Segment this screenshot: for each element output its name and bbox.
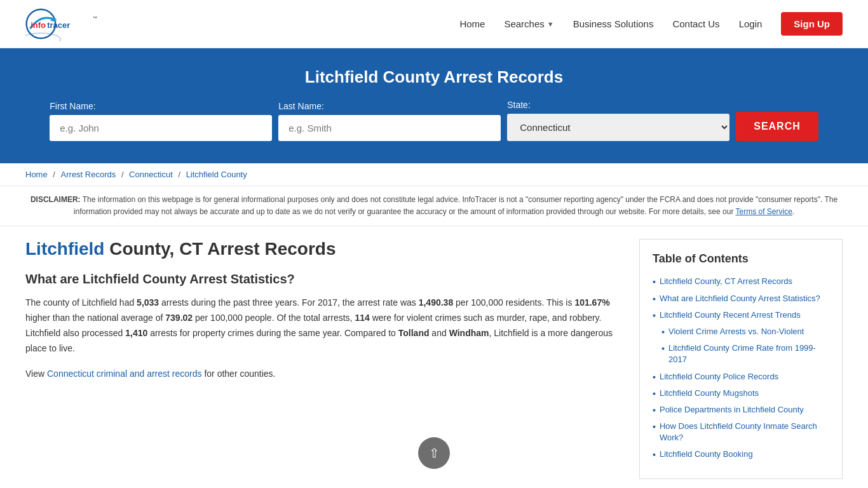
toc-link[interactable]: Litchfield County Mugshots [660,388,759,399]
toc-link[interactable]: Litchfield County Police Records [660,371,778,383]
svg-text:tracer: tracer [47,20,70,30]
article-paragraph1: The county of Litchfield had 5,033 arres… [25,295,620,356]
toc-item: Litchfield County Recent Arrest Trends [653,309,829,321]
county2: Windham [449,328,489,338]
search-button[interactable]: SEARCH [736,112,818,141]
section1-heading: What are Litchfield County Arrest Statis… [25,272,620,287]
state-label: State: [507,100,531,110]
svg-text:info: info [31,20,46,30]
national-avg: 739.02 [165,313,193,323]
last-name-label: Last Name: [278,101,324,111]
first-name-label: First Name: [50,101,95,111]
nav-login[interactable]: Login [739,18,763,29]
svg-text:™: ™ [93,15,97,21]
arrests-count: 5,033 [137,297,159,308]
article-title: Litchfield County, CT Arrest Records [25,239,620,259]
toc-item: Litchfield County Police Records [653,371,829,383]
toc-link[interactable]: Litchfield County Recent Arrest Trends [660,309,801,321]
disclaimer-section: DISCLAIMER: The information on this webp… [0,186,868,226]
breadcrumb-sep3: / [178,170,182,179]
state-select[interactable]: Connecticut Alabama Alaska Arizona Arkan… [507,114,729,141]
disclaimer-period: . [792,207,794,216]
higher-pct: 101.67% [574,297,609,308]
toc-item: What are Litchfield County Arrest Statis… [653,293,829,304]
article-title-highlight: Litchfield [25,239,104,259]
toc-item: Police Departments in Litchfield County [653,404,829,416]
signup-button[interactable]: Sign Up [781,12,843,36]
breadcrumb-arrest-records[interactable]: Arrest Records [61,170,116,179]
article-paragraph2: View Connecticut criminal and arrest rec… [25,367,620,382]
main-nav: Home Searches ▼ Business Solutions Conta… [459,12,843,36]
toc-link[interactable]: Litchfield County Crime Rate from 1999-2… [668,342,829,365]
toc-box: Table of Contents Litchfield County, CT … [639,239,843,478]
toc-item: Litchfield County Booking [653,449,829,460]
county1: Tolland [398,328,430,338]
nav-home[interactable]: Home [459,18,485,29]
logo[interactable]: info tracer ™ [25,6,108,41]
nav-business[interactable]: Business Solutions [573,18,654,29]
first-name-group: First Name: [50,101,272,141]
article-section: Litchfield County, CT Arrest Records Wha… [25,239,639,478]
breadcrumb-litchfield[interactable]: Litchfield County [186,170,247,179]
ct-records-link[interactable]: Connecticut criminal and arrest records [47,369,202,379]
arrest-rate: 1,490.38 [419,297,454,308]
last-name-input[interactable] [278,115,501,141]
breadcrumb-connecticut[interactable]: Connecticut [129,170,173,179]
nav-searches[interactable]: Searches ▼ [504,18,553,29]
toc-item: Litchfield County Crime Rate from 1999-2… [653,342,829,365]
toc-link[interactable]: How Does Litchfield County Inmate Search… [660,421,829,444]
chevron-down-icon: ▼ [547,20,554,28]
toc-link[interactable]: What are Litchfield County Arrest Statis… [660,293,820,304]
toc-item: How Does Litchfield County Inmate Search… [653,421,829,444]
breadcrumb-home[interactable]: Home [25,170,48,179]
toc-link[interactable]: Police Departments in Litchfield County [660,404,804,416]
hero-title: Litchfield County Arrest Records [25,67,843,87]
disclaimer-label: DISCLAIMER: [31,195,81,204]
toc-item: Litchfield County, CT Arrest Records [653,276,829,287]
article-title-rest: County, CT Arrest Records [104,239,336,259]
site-header: info tracer ™ Home Searches ▼ Business S… [0,0,868,48]
first-name-input[interactable] [50,115,272,141]
violent-count: 114 [355,313,369,323]
last-name-group: Last Name: [278,101,501,141]
toc-link[interactable]: Violent Crime Arrests vs. Non-Violent [668,326,804,337]
tos-link[interactable]: Terms of Service [736,207,792,216]
svg-point-1 [25,33,60,41]
state-group: State: Connecticut Alabama Alaska Arizon… [507,100,729,141]
property-count: 1,410 [125,328,147,338]
toc-link[interactable]: Litchfield County Booking [660,449,753,460]
search-form: First Name: Last Name: State: Connecticu… [85,100,783,141]
toc-item: Violent Crime Arrests vs. Non-Violent [653,326,829,337]
nav-contact[interactable]: Contact Us [672,18,719,29]
toc-item: Litchfield County Mugshots [653,388,829,399]
disclaimer-text: The information on this webpage is for g… [74,195,837,216]
toc-list: Litchfield County, CT Arrest RecordsWhat… [653,276,829,460]
breadcrumb-sep2: / [121,170,126,179]
toc-title: Table of Contents [653,252,829,266]
scroll-top-button[interactable]: ⇧ [418,437,450,469]
breadcrumb: Home / Arrest Records / Connecticut / Li… [0,163,868,186]
hero-section: Litchfield County Arrest Records First N… [0,48,868,163]
breadcrumb-sep1: / [53,170,57,179]
toc-link[interactable]: Litchfield County, CT Arrest Records [660,276,792,287]
sidebar: Table of Contents Litchfield County, CT … [639,239,843,478]
